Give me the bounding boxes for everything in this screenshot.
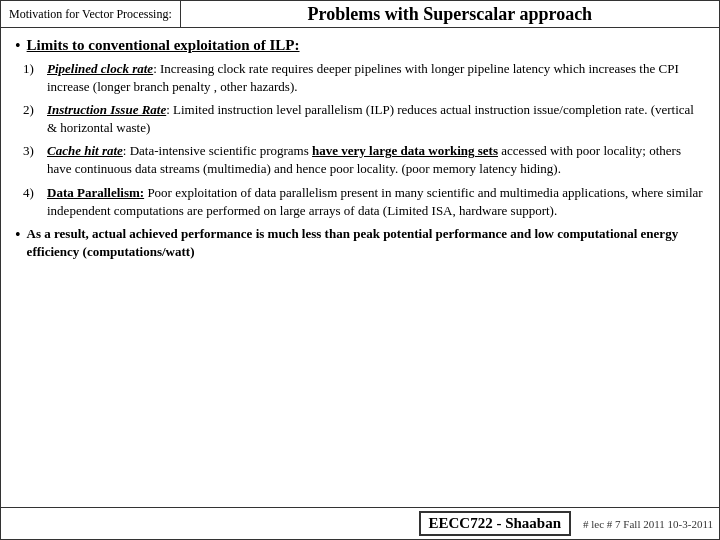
bullet-dot: • — [15, 36, 21, 55]
numbered-item-4: 4) Data Parallelism: Poor exploitation o… — [23, 184, 705, 220]
bullet-item-ilp: • Limits to conventional exploitation of… — [15, 36, 705, 56]
body-3a: : Data-intensive scientific programs — [123, 143, 312, 158]
num-content-3: Cache hit rate: Data-intensive scientifi… — [47, 142, 705, 178]
num-content-1: Pipelined clock rate: Increasing clock r… — [47, 60, 705, 96]
header-bar: Motivation for Vector Processing: Proble… — [0, 0, 720, 28]
footer-badge: EECC722 - Shaaban — [419, 511, 572, 536]
header-title: Problems with Superscalar approach — [181, 0, 720, 27]
numbered-item-3: 3) Cache hit rate: Data-intensive scient… — [23, 142, 705, 178]
numbered-list: 1) Pipelined clock rate: Increasing cloc… — [23, 60, 705, 221]
footer-ref: # lec # 7 Fall 2011 10-3-2011 — [583, 518, 713, 530]
num-label-1: 1) — [23, 60, 43, 78]
page-container: Motivation for Vector Processing: Proble… — [0, 0, 720, 540]
num-content-4: Data Parallelism: Poor exploitation of d… — [47, 184, 705, 220]
term-1: Pipelined clock rate — [47, 61, 153, 76]
num-content-2: Instruction Issue Rate: Limited instruct… — [47, 101, 705, 137]
num-label-4: 4) — [23, 184, 43, 202]
term-4: Data Parallelism: — [47, 185, 144, 200]
footer-row: EECC722 - Shaaban # lec # 7 Fall 2011 10… — [0, 508, 720, 540]
conclusion-text: As a result, actual achieved performance… — [27, 225, 705, 261]
underline-3: have very large data working sets — [312, 143, 498, 158]
numbered-item-1: 1) Pipelined clock rate: Increasing cloc… — [23, 60, 705, 96]
term-2: Instruction Issue Rate — [47, 102, 166, 117]
body-4: Poor exploitation of data parallelism pr… — [47, 185, 703, 218]
bullet-text-ilp: Limits to conventional exploitation of I… — [27, 36, 300, 56]
conclusion-bullet: • As a result, actual achieved performan… — [15, 225, 705, 261]
num-label-3: 3) — [23, 142, 43, 160]
main-content: • Limits to conventional exploitation of… — [0, 28, 720, 508]
num-label-2: 2) — [23, 101, 43, 119]
term-3: Cache hit rate — [47, 143, 123, 158]
conclusion-dot: • — [15, 225, 21, 244]
header-label: Motivation for Vector Processing: — [0, 0, 181, 27]
numbered-item-2: 2) Instruction Issue Rate: Limited instr… — [23, 101, 705, 137]
